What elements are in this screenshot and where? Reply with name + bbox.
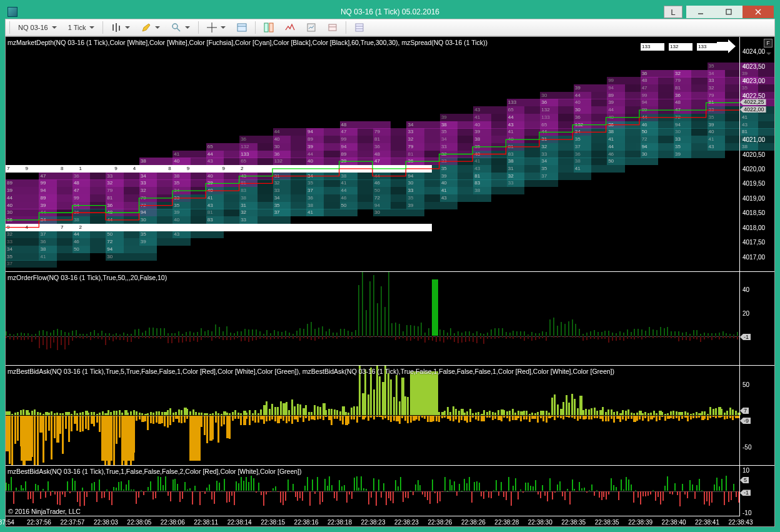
- x-axis-label: 22:38:14: [228, 519, 252, 526]
- y-axis-label: 4023,50: [742, 63, 765, 69]
- crosshair-icon: [207, 23, 217, 33]
- x-axis-label: 22:38:26: [428, 519, 452, 526]
- top-size-box: 133: [641, 43, 664, 51]
- panel1-y-axis[interactable]: 4017,004017,504018,004018,504019,004019,…: [739, 37, 774, 271]
- svg-rect-15: [356, 24, 363, 31]
- strategies-icon: [306, 23, 316, 33]
- y-axis-label: 4018,00: [742, 224, 765, 231]
- strategies-button[interactable]: [302, 21, 321, 34]
- right-arrow-icon: [716, 39, 737, 54]
- price-marker: 4022,25: [740, 99, 766, 105]
- panel-menu-button[interactable]: [764, 49, 772, 58]
- format-button[interactable]: F: [764, 39, 772, 48]
- y-axis-label: -10: [742, 509, 751, 516]
- panel-best-bid-ask-ticks[interactable]: mzBestBidAsk(NQ 03-16 (1 Tick),True,1,Fa…: [6, 465, 774, 516]
- x-axis-label: 22:38:26: [461, 519, 486, 526]
- y-axis-label: 4017,00: [742, 253, 765, 260]
- svg-rect-11: [269, 23, 273, 32]
- properties-button[interactable]: [323, 21, 342, 34]
- x-axis-label: :37:54: [0, 519, 14, 526]
- chart-trader-button[interactable]: [259, 21, 278, 34]
- indicators-icon: [285, 23, 295, 33]
- pencil-icon: [141, 23, 151, 33]
- x-axis-label: 22:38:16: [294, 519, 319, 526]
- y-axis-label: 4019,50: [742, 180, 765, 187]
- svg-rect-10: [264, 23, 268, 32]
- magnifier-icon: [171, 23, 181, 33]
- x-axis-label: 22:38:15: [261, 519, 285, 526]
- panel3-label: mzBestBidAsk(NQ 03-16 (1 Tick),True,5,Tr…: [8, 368, 614, 375]
- y-axis-label: 10: [742, 466, 749, 473]
- bars-icon: [111, 23, 121, 33]
- toolbar: NQ 03-16 1 Tick: [5, 19, 775, 36]
- svg-rect-1: [726, 9, 731, 14]
- x-axis-label: 22:37:56: [27, 519, 51, 526]
- x-axis-label: 22:38:06: [161, 519, 185, 526]
- y-axis-label: 4020,00: [742, 165, 765, 172]
- panel4-label: mzBestBidAsk(NQ 03-16 (1 Tick),True,1,Fa…: [8, 468, 302, 475]
- panel2-y-axis[interactable]: 2040-1: [739, 272, 774, 365]
- y-axis-label: 4021,00: [742, 136, 765, 143]
- x-axis-label: 22:38:05: [127, 519, 151, 526]
- panel-market-depth[interactable]: F mzMarketDepth(NQ 03-16 (1 Tick),Color …: [6, 37, 774, 271]
- y-axis-label: 50: [742, 381, 749, 388]
- x-axis-label: 22:38:18: [328, 519, 352, 526]
- chart-area[interactable]: F mzMarketDepth(NQ 03-16 (1 Tick),Color …: [5, 36, 775, 527]
- y-axis-label: 4020,50: [742, 151, 765, 158]
- x-axis-label: 22:38:40: [662, 519, 686, 526]
- x-axis-label: 22:38:28: [494, 519, 519, 526]
- close-button[interactable]: [742, 6, 774, 18]
- grid-icon: [354, 23, 364, 33]
- x-axis-label: 22:37:57: [60, 519, 84, 526]
- minimize-button[interactable]: [686, 6, 714, 18]
- zoom-tool-button[interactable]: [167, 21, 194, 34]
- panel4-y-axis[interactable]: -10105-1: [739, 466, 774, 516]
- x-axis-label: 22:38:39: [628, 519, 652, 526]
- y-axis-label: -50: [742, 444, 751, 451]
- dom-button[interactable]: [350, 21, 369, 34]
- price-marker: 4022,00: [740, 106, 766, 113]
- y-axis-label: 40: [742, 286, 749, 293]
- properties-icon: [328, 23, 338, 33]
- window-title: NQ 03-16 (1 Tick) 05.02.2016: [0, 8, 780, 16]
- panel2-label: mzOrderFlow(NQ 03-16 (1 Tick),True,50,,,…: [8, 274, 167, 281]
- panel1-label: mzMarketDepth(NQ 03-16 (1 Tick),Color [W…: [8, 39, 488, 46]
- value-marker: -9: [740, 418, 751, 424]
- svg-rect-13: [329, 24, 336, 31]
- interval-selector[interactable]: 1 Tick: [64, 21, 99, 34]
- layout-button[interactable]: L: [664, 6, 682, 18]
- maximize-button[interactable]: [714, 6, 742, 18]
- y-axis-label: 4022,50: [742, 92, 765, 99]
- panel-order-flow[interactable]: mzOrderFlow(NQ 03-16 (1 Tick),True,50,,,…: [6, 271, 774, 365]
- app-icon: [8, 7, 18, 17]
- y-axis-label: 4018,50: [742, 209, 765, 216]
- panel3-y-axis[interactable]: -50507-9: [739, 366, 774, 465]
- panel-best-bid-ask-histogram[interactable]: mzBestBidAsk(NQ 03-16 (1 Tick),True,5,Tr…: [6, 365, 774, 465]
- copyright-label: © 2016 NinjaTrader, LLC: [8, 508, 81, 515]
- data-box-button[interactable]: [232, 21, 251, 34]
- crosshair-button[interactable]: [202, 21, 230, 34]
- y-axis-label: 4024,00: [742, 48, 765, 55]
- bar-style-button[interactable]: [107, 21, 134, 34]
- x-axis-label: 22:38:35: [595, 519, 619, 526]
- title-bar: NQ 03-16 (1 Tick) 05.02.2016 L: [5, 5, 775, 19]
- x-axis-label: 22:38:23: [394, 519, 419, 526]
- svg-point-4: [172, 24, 178, 29]
- value-marker: -1: [740, 334, 751, 340]
- indicators-button[interactable]: [281, 21, 299, 34]
- value-marker: 7: [740, 408, 749, 414]
- chart-trader-icon: [264, 23, 274, 33]
- value-marker: 5: [740, 477, 749, 483]
- y-axis-label: 4017,50: [742, 239, 765, 246]
- x-axis-label: 22:38:43: [729, 519, 753, 526]
- y-axis-label: 4019,00: [742, 194, 765, 201]
- svg-line-5: [177, 28, 180, 31]
- x-axis-label: 22:38:23: [361, 519, 386, 526]
- x-axis-label: 22:38:03: [94, 519, 118, 526]
- draw-tool-button[interactable]: [137, 21, 164, 34]
- y-axis-label: 4023,00: [742, 78, 765, 84]
- x-axis[interactable]: :37:5422:37:5622:37:5722:38:0322:38:0522…: [6, 516, 739, 526]
- svg-rect-8: [238, 24, 246, 31]
- x-axis-label: 22:38:11: [194, 519, 218, 526]
- instrument-selector[interactable]: NQ 03-16: [14, 21, 61, 34]
